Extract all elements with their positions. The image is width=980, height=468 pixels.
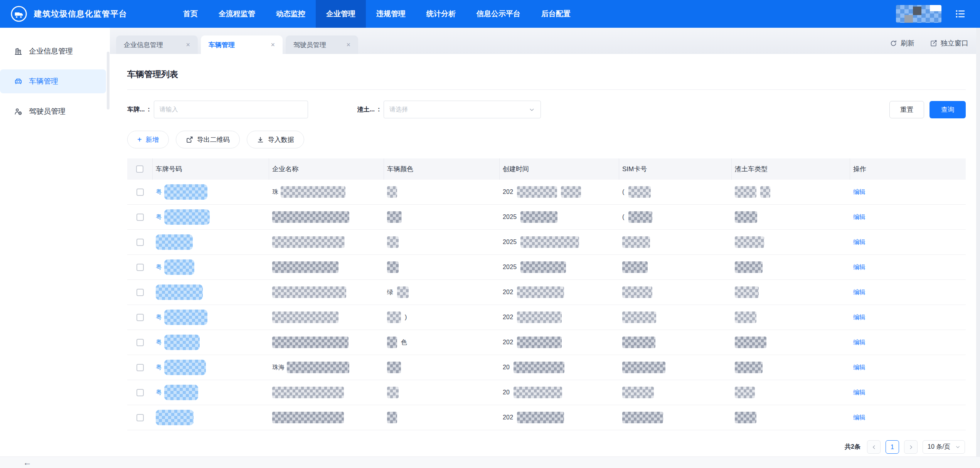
nav-item-enterprise[interactable]: 企业管理 <box>316 0 366 28</box>
brand: 建筑垃圾信息化监管平台 <box>0 5 127 23</box>
redacted-create-time <box>517 286 564 298</box>
add-button[interactable]: + 新增 <box>127 131 169 148</box>
close-icon[interactable]: × <box>271 41 275 49</box>
row-checkbox[interactable] <box>136 389 144 396</box>
refresh-label: 刷新 <box>901 39 914 48</box>
nav-item-violation[interactable]: 违规管理 <box>366 0 416 28</box>
redacted-vehicle-color <box>387 211 402 223</box>
row-checkbox[interactable] <box>136 414 144 421</box>
user-avatar[interactable] <box>896 5 941 23</box>
export-label: 导出二维码 <box>197 135 230 144</box>
next-page-button[interactable] <box>904 440 918 454</box>
edit-button[interactable]: 编辑 <box>853 364 865 372</box>
tab-vehicles[interactable]: 车辆管理 × <box>201 35 283 54</box>
sidebar: 企业信息管理 车辆管理 驾驶员管理 <box>0 28 110 468</box>
plate-search-input[interactable] <box>154 101 308 118</box>
company-prefix-text: 珠海 <box>272 364 285 372</box>
edit-button[interactable]: 编辑 <box>853 414 865 422</box>
page-size-select[interactable]: 10 条/页 <box>923 440 965 454</box>
nav-item-backend[interactable]: 后台配置 <box>531 0 581 28</box>
row-checkbox[interactable] <box>136 364 144 371</box>
create-time-text: 2025 <box>503 214 517 221</box>
pagination: 共2条 1 10 条/页 <box>127 440 966 454</box>
color-text: ) <box>405 314 407 321</box>
nav-item-statistics[interactable]: 统计分析 <box>416 0 466 28</box>
sidebar-item-drivers[interactable]: 驾驶员管理 <box>0 99 110 123</box>
standalone-window-button[interactable]: 独立窗口 <box>930 39 968 48</box>
redacted-vehicle-color <box>387 412 397 423</box>
row-checkbox[interactable] <box>136 314 144 321</box>
filter-row: 车牌... : 渣土... : 请选择 重置 查询 <box>127 101 966 118</box>
truck-type-filter-label: 渣土... <box>357 106 375 114</box>
close-icon[interactable]: × <box>346 41 350 49</box>
search-button[interactable]: 查询 <box>929 101 966 118</box>
redacted-vehicle-color <box>397 286 409 298</box>
add-label: 新增 <box>146 135 159 144</box>
redacted-vehicle-color <box>387 362 401 373</box>
sim-text: ( <box>622 214 625 221</box>
redacted-vehicle-color <box>387 387 399 398</box>
list-menu-icon[interactable] <box>955 8 966 20</box>
plate-prefix-text: 粤 <box>156 364 162 372</box>
page-number-button[interactable]: 1 <box>886 440 899 454</box>
close-icon[interactable]: × <box>186 41 190 49</box>
edit-button[interactable]: 编辑 <box>853 389 865 397</box>
tab-enterprise-info[interactable]: 企业信息管理 × <box>116 35 198 54</box>
plus-icon: + <box>137 135 142 144</box>
row-checkbox[interactable] <box>136 214 144 221</box>
select-placeholder: 请选择 <box>389 106 408 114</box>
export-qrcode-button[interactable]: 导出二维码 <box>176 131 240 148</box>
row-checkbox[interactable] <box>136 289 144 296</box>
nav-item-process[interactable]: 全流程监管 <box>208 0 266 28</box>
row-checkbox[interactable] <box>136 239 144 246</box>
redacted-create-time <box>561 186 581 198</box>
edit-button[interactable]: 编辑 <box>853 263 865 271</box>
nav-item-home[interactable]: 首页 <box>173 0 208 28</box>
select-all-checkbox[interactable] <box>136 165 143 173</box>
reset-button[interactable]: 重置 <box>889 101 924 118</box>
chevron-left-icon <box>871 444 877 450</box>
edit-button[interactable]: 编辑 <box>853 188 865 196</box>
back-arrow-icon[interactable]: ← <box>23 458 32 467</box>
truck-type-select[interactable]: 请选择 <box>384 101 541 118</box>
sidebar-item-label: 企业信息管理 <box>29 46 73 56</box>
redacted-vehicle-color <box>387 186 397 198</box>
colon: : <box>378 106 380 113</box>
refresh-button[interactable]: 刷新 <box>890 39 914 48</box>
create-time-text: 202 <box>503 314 513 321</box>
redacted-truck-type <box>735 261 763 273</box>
edit-button[interactable]: 编辑 <box>853 213 865 221</box>
edit-button[interactable]: 编辑 <box>853 338 865 347</box>
tab-drivers[interactable]: 驾驶员管理 × <box>286 35 358 54</box>
redacted-create-time <box>520 211 557 223</box>
page-scrollbar[interactable] <box>976 28 980 468</box>
table-row: 粤2025(编辑 <box>127 205 966 230</box>
row-checkbox[interactable] <box>136 189 144 196</box>
sidebar-scrollbar[interactable] <box>107 52 109 109</box>
nav-item-monitor[interactable]: 动态监控 <box>266 0 316 28</box>
redacted-company-name <box>272 387 344 398</box>
sidebar-item-enterprise-info[interactable]: 企业信息管理 <box>0 39 110 63</box>
prev-page-button[interactable] <box>867 440 881 454</box>
redacted-company-name <box>281 186 345 198</box>
edit-button[interactable]: 编辑 <box>853 288 865 296</box>
edit-button[interactable]: 编辑 <box>853 313 865 322</box>
sidebar-item-vehicles[interactable]: 车辆管理 <box>0 69 106 93</box>
import-data-button[interactable]: 导入数据 <box>247 131 304 148</box>
redacted-plate-number <box>164 335 200 350</box>
redacted-truck-type <box>735 186 756 198</box>
create-time-text: 2025 <box>503 239 517 246</box>
redacted-plate-number <box>164 385 198 400</box>
row-checkbox[interactable] <box>136 339 144 346</box>
row-checkbox[interactable] <box>136 264 144 271</box>
nav-item-public[interactable]: 信息公示平台 <box>466 0 531 28</box>
redacted-plate-number <box>156 234 193 250</box>
redacted-create-time <box>517 186 557 198</box>
top-navbar: 建筑垃圾信息化监管平台 首页 全流程监管 动态监控 企业管理 违规管理 统计分析… <box>0 0 980 28</box>
redacted-truck-type <box>735 387 755 398</box>
edit-button[interactable]: 编辑 <box>853 238 865 246</box>
platform-logo-icon <box>10 5 28 23</box>
platform-title: 建筑垃圾信息化监管平台 <box>34 8 127 19</box>
redacted-truck-type <box>735 211 757 223</box>
redacted-vehicle-color <box>387 337 397 348</box>
